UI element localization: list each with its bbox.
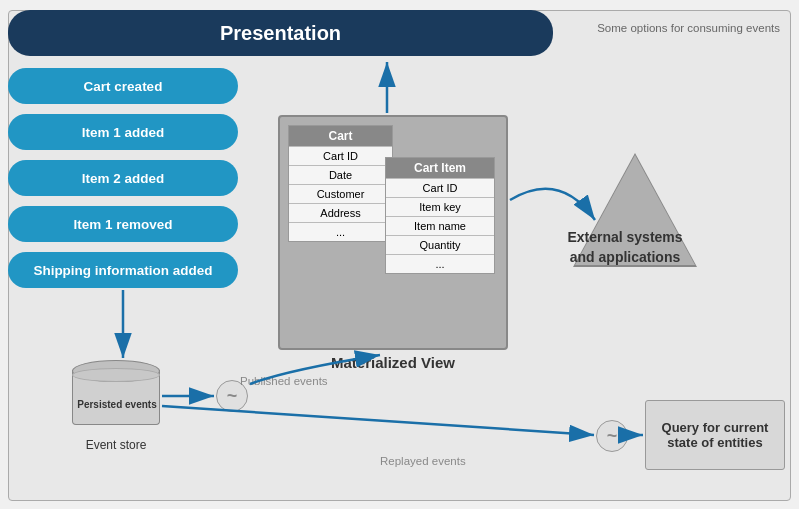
item1-added-btn: Item 1 added bbox=[8, 114, 238, 150]
tilde-replayed: ~ bbox=[596, 420, 628, 452]
cart-row-4: ... bbox=[289, 222, 392, 241]
item1-removed-btn: Item 1 removed bbox=[8, 206, 238, 242]
cart-row-0: Cart ID bbox=[289, 146, 392, 165]
published-events-label: Published events bbox=[240, 375, 328, 387]
query-label: Query for current state of entities bbox=[654, 420, 776, 450]
query-box: Query for current state of entities bbox=[645, 400, 785, 470]
shipping-btn: Shipping information added bbox=[8, 252, 238, 288]
replayed-events-label: Replayed events bbox=[380, 455, 466, 467]
cart-item-header: Cart Item bbox=[386, 158, 494, 178]
event-store-label: Event store bbox=[72, 438, 160, 452]
event-store-cylinder: Persisted events bbox=[72, 360, 160, 432]
cart-row-3: Address bbox=[289, 203, 392, 222]
cart-item-row-4: ... bbox=[386, 254, 494, 273]
cart-item-table: Cart Item Cart ID Item key Item name Qua… bbox=[385, 157, 495, 274]
options-text: Some options for consuming events bbox=[560, 22, 780, 34]
cart-item-row-3: Quantity bbox=[386, 235, 494, 254]
cart-item-row-1: Item key bbox=[386, 197, 494, 216]
cylinder-inner bbox=[72, 368, 160, 382]
cart-created-btn: Cart created bbox=[8, 68, 238, 104]
cart-item-row-2: Item name bbox=[386, 216, 494, 235]
materialized-view-container: Cart Cart ID Date Customer Address ... C… bbox=[278, 115, 508, 350]
cart-table-header: Cart bbox=[289, 126, 392, 146]
item2-added-btn: Item 2 added bbox=[8, 160, 238, 196]
cylinder-label: Persisted events bbox=[73, 392, 161, 411]
cart-table: Cart Cart ID Date Customer Address ... bbox=[288, 125, 393, 242]
cart-row-1: Date bbox=[289, 165, 392, 184]
diagram-container: Some options for consuming events Presen… bbox=[0, 0, 799, 509]
cart-row-2: Customer bbox=[289, 184, 392, 203]
external-label: External systems and applications bbox=[560, 228, 690, 267]
mat-view-label: Materialized View bbox=[278, 354, 508, 371]
presentation-label: Presentation bbox=[220, 22, 341, 45]
presentation-bar: Presentation bbox=[8, 10, 553, 56]
cart-item-row-0: Cart ID bbox=[386, 178, 494, 197]
